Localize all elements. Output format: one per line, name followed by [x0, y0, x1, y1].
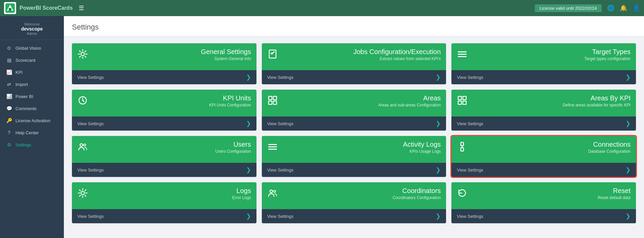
sidebar-label-comments: Comments [15, 106, 37, 111]
card-footer-areas-by-kpi[interactable]: View Settings ❯ [451, 116, 636, 131]
card-text-activity-logs: Activity Logs KPIs Usage Logs [282, 141, 441, 154]
sidebar-label-scorecard: Scorecard [15, 58, 35, 63]
card-text-coordinators: Coordinators Coordinators Configuration [282, 187, 441, 200]
svg-rect-6 [458, 54, 467, 55]
svg-rect-13 [458, 96, 461, 100]
app-logo [4, 2, 16, 14]
card-arrow-users: ❯ [246, 166, 251, 174]
card-header-logs: Logs Error Logs [72, 182, 256, 209]
sidebar-item-license-activation[interactable]: 🔑License Activation [0, 114, 64, 127]
svg-rect-21 [268, 149, 277, 150]
card-kpi-units[interactable]: KPI Units KPI Units Configuration View S… [72, 90, 256, 131]
card-areas[interactable]: Areas Areas and sub-areas Configuration … [262, 90, 446, 131]
card-subtitle-target-types: Target types configuration [472, 56, 631, 61]
card-subtitle-activity-logs: KPIs Usage Logs [282, 149, 441, 154]
sidebar-item-help-center[interactable]: ?Help Center [0, 127, 64, 139]
card-footer-general-settings[interactable]: View Settings ❯ [72, 70, 256, 84]
global-vision-icon: ⊙ [6, 45, 12, 51]
card-footer-label-activity-logs: View Settings [267, 168, 294, 173]
sidebar-label-import: Import [15, 82, 28, 87]
svg-rect-20 [268, 146, 277, 147]
card-text-jobs-configuration: Jobs Configuration/Execution Extract val… [282, 48, 441, 61]
users-icon [77, 141, 88, 154]
sidebar-item-settings[interactable]: ⚙Settings [0, 139, 64, 151]
sidebar-item-comments[interactable]: 💬Comments [0, 102, 64, 114]
card-arrow-reset: ❯ [626, 212, 631, 220]
card-footer-coordinators[interactable]: View Settings ❯ [262, 209, 446, 223]
sidebar-label-kpi: KPI [15, 70, 23, 75]
card-footer-logs[interactable]: View Settings ❯ [72, 209, 256, 223]
topbar-right: License valid until 2022/02/24 🌐 🔔 👤 [535, 4, 640, 12]
import-icon: ⇄ [6, 82, 12, 87]
card-activity-logs[interactable]: Activity Logs KPIs Usage Logs View Setti… [262, 136, 446, 177]
card-logs[interactable]: Logs Error Logs View Settings ❯ [72, 182, 256, 223]
svg-rect-9 [269, 96, 272, 100]
card-subtitle-connections: Database Configuration [472, 149, 631, 154]
sidebar-item-import[interactable]: ⇄Import [0, 78, 64, 90]
globe-icon[interactable]: 🌐 [607, 4, 614, 12]
card-jobs-configuration[interactable]: Jobs Configuration/Execution Extract val… [262, 43, 446, 84]
sidebar-item-global-vision[interactable]: ⊙Global Vision [0, 42, 64, 54]
user-icon[interactable]: 👤 [633, 4, 640, 12]
card-footer-kpi-units[interactable]: View Settings ❯ [72, 116, 256, 131]
card-target-types[interactable]: Target Types Target types configuration … [451, 43, 636, 84]
card-general-settings[interactable]: General Settings System General Info Vie… [72, 43, 256, 84]
card-footer-activity-logs[interactable]: View Settings ❯ [262, 163, 446, 177]
card-footer-jobs-configuration[interactable]: View Settings ❯ [262, 70, 446, 84]
card-text-users: Users Users Configuration [92, 141, 251, 154]
svg-rect-10 [273, 96, 277, 100]
card-coordinators[interactable]: Coordinators Coordinators Configuration … [262, 182, 446, 223]
card-title-coordinators: Coordinators [282, 187, 441, 195]
card-arrow-coordinators: ❯ [436, 212, 441, 220]
card-footer-label-coordinators: View Settings [267, 214, 294, 219]
card-title-general-settings: General Settings [92, 48, 251, 56]
sidebar-item-power-bi[interactable]: 📊Power BI [0, 90, 64, 102]
card-text-areas-by-kpi: Areas By KPI Define areas available for … [472, 94, 631, 107]
card-areas-by-kpi[interactable]: Areas By KPI Define areas available for … [451, 90, 636, 131]
card-subtitle-jobs-configuration: Extract values from selected KPI's [282, 56, 441, 61]
card-title-jobs-configuration: Jobs Configuration/Execution [282, 48, 441, 56]
page-title: Settings [64, 16, 644, 37]
card-users[interactable]: Users Users Configuration View Settings … [72, 136, 256, 177]
areas-icon [267, 95, 278, 108]
svg-rect-14 [463, 96, 466, 100]
svg-rect-2 [9, 8, 11, 11]
areas-by-kpi-icon [457, 95, 468, 108]
card-header-coordinators: Coordinators Coordinators Configuration [262, 182, 446, 209]
svg-rect-23 [461, 148, 464, 151]
card-footer-target-types[interactable]: View Settings ❯ [451, 70, 636, 84]
card-footer-connections[interactable]: View Settings ❯ [451, 163, 636, 177]
card-text-kpi-units: KPI Units KPI Units Configuration [92, 94, 251, 107]
card-arrow-areas-by-kpi: ❯ [626, 120, 631, 127]
card-connections[interactable]: Connections Database Configuration View … [451, 136, 636, 177]
svg-rect-16 [463, 101, 466, 104]
card-text-areas: Areas Areas and sub-areas Configuration [282, 94, 441, 107]
card-arrow-target-types: ❯ [626, 74, 631, 81]
card-reset[interactable]: Reset Reset default data View Settings ❯ [451, 182, 636, 223]
coordinators-icon [267, 188, 278, 201]
sidebar-item-kpi[interactable]: 📈KPI [0, 66, 64, 78]
sidebar-label-help-center: Help Center [15, 130, 39, 135]
sidebar-item-scorecard[interactable]: ▤Scorecard [0, 54, 64, 66]
card-footer-label-logs: View Settings [77, 214, 104, 219]
sidebar-nav: ⊙Global Vision▤Scorecard📈KPI⇄Import📊Powe… [0, 40, 64, 151]
card-footer-users[interactable]: View Settings ❯ [72, 163, 256, 177]
card-subtitle-kpi-units: KPI Units Configuration [92, 103, 251, 107]
notification-icon[interactable]: 🔔 [620, 4, 627, 12]
card-footer-reset[interactable]: View Settings ❯ [451, 209, 636, 223]
settings-icon: ⚙ [6, 142, 12, 147]
connections-icon [457, 141, 468, 154]
card-title-activity-logs: Activity Logs [282, 141, 441, 148]
card-title-kpi-units: KPI Units [92, 94, 251, 102]
card-arrow-connections: ❯ [626, 166, 631, 174]
card-header-users: Users Users Configuration [72, 136, 256, 163]
card-subtitle-areas: Areas and sub-areas Configuration [282, 103, 441, 107]
card-title-areas: Areas [282, 94, 441, 102]
card-footer-label-users: View Settings [77, 168, 104, 173]
license-activation-icon: 🔑 [6, 118, 12, 123]
hamburger-icon[interactable]: ☰ [79, 4, 84, 12]
help-center-icon: ? [6, 130, 12, 135]
card-header-target-types: Target Types Target types configuration [451, 43, 636, 70]
svg-rect-15 [458, 101, 461, 104]
card-footer-areas[interactable]: View Settings ❯ [262, 116, 446, 131]
